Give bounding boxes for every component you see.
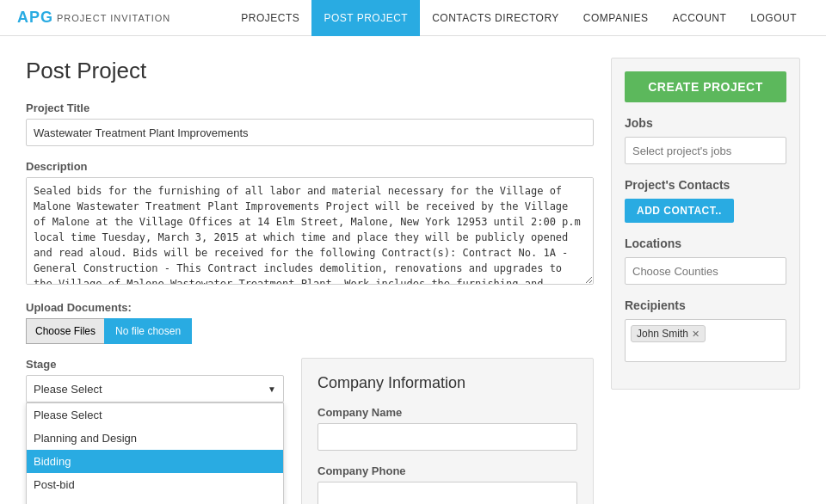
description-group: Description xyxy=(26,160,594,287)
locations-section: Locations xyxy=(625,237,786,285)
sidebar: CREATE PROJECT Jobs Project's Contacts A… xyxy=(611,58,800,504)
stage-label: Stage xyxy=(26,358,284,371)
company-name-group: Company Name xyxy=(317,406,577,451)
stage-option-please-select[interactable]: Please Select xyxy=(27,403,283,427)
brand: APG PROJECT INVITATION xyxy=(17,9,170,27)
stage-dropdown-list: Please Select Planning and Design Biddin… xyxy=(26,403,284,504)
nav-item-companies[interactable]: COMPANIES xyxy=(571,0,661,36)
stage-group: Stage Please Select ▼ Please Select Plan… xyxy=(26,358,284,403)
main-column: Post Project Project Title Description U… xyxy=(26,58,594,504)
company-phone-input[interactable] xyxy=(317,482,577,504)
company-phone-label: Company Phone xyxy=(317,464,577,477)
recipient-tag: John Smith ✕ xyxy=(631,325,706,342)
recipient-name: John Smith xyxy=(637,328,688,340)
recipients-box: John Smith ✕ xyxy=(625,319,786,362)
side-panel: CREATE PROJECT Jobs Project's Contacts A… xyxy=(611,58,800,390)
jobs-input[interactable] xyxy=(625,137,786,164)
nav-item-contacts-directory[interactable]: CONTACTS DIRECTORY xyxy=(420,0,571,36)
recipients-section: Recipients John Smith ✕ xyxy=(625,298,786,362)
contacts-section: Project's Contacts ADD CONTACT.. xyxy=(625,178,786,223)
stage-dropdown-wrapper: Please Select ▼ Please Select Planning a… xyxy=(26,375,284,403)
upload-group: Upload Documents: Choose Files No file c… xyxy=(26,301,594,344)
add-contact-button[interactable]: ADD CONTACT.. xyxy=(625,199,734,223)
brand-tagline: PROJECT INVITATION xyxy=(57,13,170,23)
locations-label: Locations xyxy=(625,237,786,250)
company-phone-group: Company Phone xyxy=(317,464,577,504)
create-project-button[interactable]: CREATE PROJECT xyxy=(625,71,786,102)
recipients-label: Recipients xyxy=(625,298,786,312)
recipient-remove-button[interactable]: ✕ xyxy=(692,329,700,340)
left-controls: Stage Please Select ▼ Please Select Plan… xyxy=(26,358,284,504)
project-title-group: Project Title xyxy=(26,101,594,146)
upload-label: Upload Documents: xyxy=(26,301,594,314)
page-title: Post Project xyxy=(26,58,594,84)
stage-option-bidding[interactable]: Bidding xyxy=(27,450,283,473)
no-file-text: No file chosen xyxy=(104,318,192,344)
contacts-label: Project's Contacts xyxy=(625,178,786,192)
stage-select[interactable]: Please Select ▼ xyxy=(26,375,284,403)
company-name-input[interactable] xyxy=(317,423,577,451)
file-upload-wrapper: Choose Files No file chosen xyxy=(26,318,594,344)
choose-files-button[interactable]: Choose Files xyxy=(26,318,104,344)
project-title-input[interactable] xyxy=(26,119,594,146)
brand-apg: APG xyxy=(17,9,53,27)
company-info-panel: Company Information Company Name Company… xyxy=(301,358,594,504)
description-textarea[interactable] xyxy=(26,177,594,285)
stage-option-planning[interactable]: Planning and Design xyxy=(27,427,283,450)
navbar: APG PROJECT INVITATION PROJECTS POST PRO… xyxy=(0,0,826,36)
page-container: Post Project Project Title Description U… xyxy=(0,36,826,504)
project-title-label: Project Title xyxy=(26,101,594,114)
nav-items: PROJECTS POST PROJECT CONTACTS DIRECTORY… xyxy=(229,0,809,36)
jobs-section: Jobs xyxy=(625,116,786,164)
company-name-label: Company Name xyxy=(317,406,577,419)
nav-item-post-project[interactable]: POST PROJECT xyxy=(311,0,420,36)
locations-input[interactable] xyxy=(625,257,786,285)
company-info-title: Company Information xyxy=(317,374,577,392)
description-label: Description xyxy=(26,160,594,173)
stage-option-unassigned[interactable]: Unassigned xyxy=(27,496,283,504)
nav-item-projects[interactable]: PROJECTS xyxy=(229,0,311,36)
jobs-label: Jobs xyxy=(625,116,786,130)
nav-item-account[interactable]: ACCOUNT xyxy=(660,0,738,36)
description-wrapper xyxy=(26,177,594,287)
stage-chevron-icon: ▼ xyxy=(268,384,276,394)
stage-selected-value: Please Select xyxy=(34,383,102,396)
mid-section: Stage Please Select ▼ Please Select Plan… xyxy=(26,358,594,504)
stage-option-post-bid[interactable]: Post-bid xyxy=(27,473,283,496)
nav-item-logout[interactable]: LOGOUT xyxy=(738,0,809,36)
